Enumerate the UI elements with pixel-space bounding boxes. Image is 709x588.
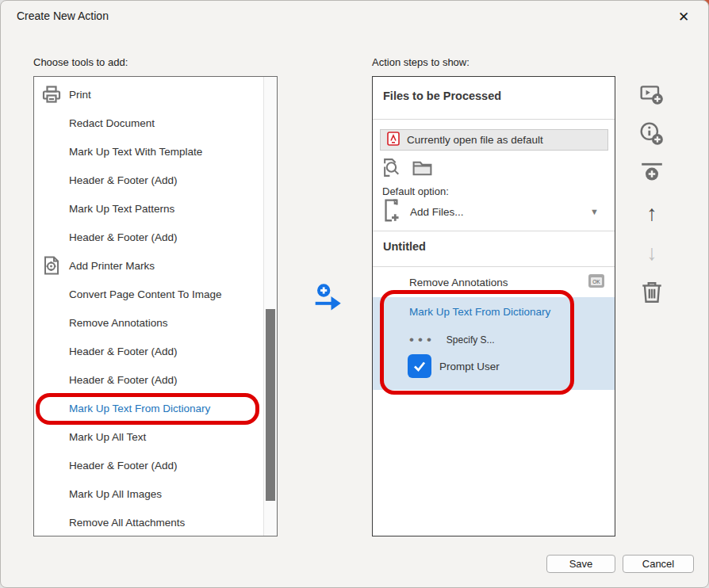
- tools-listbox: Print Redact Document Mark Up Text With …: [33, 76, 278, 536]
- dialog-title: Create New Action: [17, 10, 109, 22]
- save-button[interactable]: Save: [546, 555, 615, 573]
- tool-item-label: Header & Footer (Add): [69, 231, 178, 243]
- close-icon[interactable]: ✕: [673, 6, 694, 27]
- tool-item-label: Mark Up All Text: [69, 431, 146, 443]
- ellipsis-icon: •••: [409, 336, 435, 344]
- add-panel-icon[interactable]: [638, 80, 666, 109]
- tool-item-markup-text-patterns[interactable]: Mark Up Text Patterns: [34, 194, 277, 223]
- tool-item-header-footer-5[interactable]: Header & Footer (Add): [34, 451, 277, 479]
- separator: [373, 119, 615, 120]
- svg-text:OK: OK: [592, 279, 600, 284]
- add-to-action-arrow-icon[interactable]: [312, 282, 345, 315]
- add-divider-icon[interactable]: [638, 159, 666, 188]
- scrollbar-thumb[interactable]: [266, 309, 275, 501]
- delete-step-icon[interactable]: [638, 278, 666, 307]
- add-file-icon: [380, 198, 404, 226]
- tool-item-label: Mark Up Text From Dictionary: [69, 403, 210, 414]
- create-new-action-dialog: Create New Action ✕ Choose tools to add:…: [0, 0, 709, 588]
- tools-scrollbar[interactable]: [263, 77, 277, 536]
- tool-item-label: Mark Up Text With Template: [69, 146, 202, 158]
- tool-item-label: Remove All Attachments: [69, 517, 185, 529]
- specify-settings-label: Specify S...: [446, 334, 495, 346]
- prompt-user-row[interactable]: Prompt User: [408, 354, 500, 378]
- steps-toolbar: ↑ ↓: [638, 80, 669, 318]
- cancel-button[interactable]: Cancel: [623, 555, 694, 573]
- printer-icon: [41, 84, 62, 105]
- move-up-icon[interactable]: ↑: [638, 199, 666, 227]
- preview-file-icon[interactable]: [381, 157, 403, 181]
- tool-item-header-footer-1[interactable]: Header & Footer (Add): [34, 166, 277, 194]
- tool-item-remove-all-attachments[interactable]: Remove All Attachments: [34, 508, 277, 536]
- untitled-header: Untitled: [383, 240, 426, 253]
- tool-item-add-printer-marks[interactable]: Add Printer Marks: [34, 251, 277, 280]
- tool-item-label: Header & Footer (Add): [69, 174, 178, 186]
- tool-item-label: Add Printer Marks: [69, 260, 155, 272]
- tool-item-markup-text-template[interactable]: Mark Up Text With Template: [34, 137, 277, 166]
- pdf-file-icon: [387, 132, 400, 148]
- tool-item-label: Header & Footer (Add): [69, 346, 178, 357]
- tool-item-redact-document[interactable]: Redact Document: [34, 109, 277, 137]
- add-files-dropdown[interactable]: Add Files... ▼: [380, 198, 610, 225]
- chevron-down-icon[interactable]: ▼: [590, 207, 599, 216]
- default-option-label: Default option:: [382, 185, 449, 197]
- tool-item-label: Print: [69, 89, 91, 101]
- selected-step-title: Mark Up Text From Dictionary: [409, 306, 550, 318]
- prompt-dialog-ok-icon[interactable]: OK: [588, 273, 605, 292]
- file-browse-icons: [381, 157, 433, 181]
- tool-item-header-footer-2[interactable]: Header & Footer (Add): [34, 223, 277, 251]
- specify-settings-row[interactable]: ••• Specify S...: [409, 334, 495, 346]
- action-steps-panel: Files to be Processed Currently open fil…: [372, 76, 615, 536]
- action-steps-label: Action steps to show:: [372, 56, 469, 68]
- tool-item-header-footer-3[interactable]: Header & Footer (Add): [34, 337, 277, 365]
- add-instruction-icon[interactable]: [638, 120, 666, 148]
- tool-item-label: Remove Annotations: [69, 317, 168, 329]
- move-down-icon: ↓: [638, 239, 666, 267]
- tool-item-convert-page-content[interactable]: Convert Page Content To Image: [34, 280, 277, 308]
- current-file-label: Currently open file as default: [407, 134, 543, 146]
- printer-marks-icon: [41, 255, 62, 276]
- step-remove-annotations[interactable]: Remove Annotations: [409, 277, 508, 288]
- currently-open-file-option[interactable]: Currently open file as default: [380, 129, 608, 151]
- files-to-be-processed-header: Files to be Processed: [383, 90, 501, 102]
- add-files-label: Add Files...: [410, 206, 464, 218]
- tool-item-remove-annotations[interactable]: Remove Annotations: [34, 308, 277, 337]
- selected-action-step[interactable]: Mark Up Text From Dictionary ••• Specify…: [373, 297, 615, 390]
- tool-item-print[interactable]: Print: [34, 80, 277, 109]
- tool-item-label: Mark Up Text Patterns: [69, 203, 174, 215]
- tool-item-label: Header & Footer (Add): [69, 460, 178, 472]
- tool-item-markup-all-text[interactable]: Mark Up All Text: [34, 422, 277, 451]
- tool-item-header-footer-4[interactable]: Header & Footer (Add): [34, 365, 277, 394]
- separator: [373, 231, 615, 231]
- choose-tools-label: Choose tools to add:: [33, 56, 128, 68]
- tool-item-label: Header & Footer (Add): [69, 374, 178, 386]
- tool-item-label: Mark Up All Images: [69, 488, 162, 500]
- tool-item-markup-all-images[interactable]: Mark Up All Images: [34, 479, 277, 508]
- tool-item-label: Redact Document: [69, 117, 155, 129]
- tool-item-markup-text-from-dictionary[interactable]: Mark Up Text From Dictionary: [34, 394, 277, 422]
- tool-item-label: Convert Page Content To Image: [69, 288, 222, 300]
- separator: [373, 266, 615, 267]
- prompt-user-label: Prompt User: [439, 361, 500, 372]
- prompt-user-checkbox[interactable]: [408, 354, 431, 378]
- folder-icon[interactable]: [412, 157, 433, 181]
